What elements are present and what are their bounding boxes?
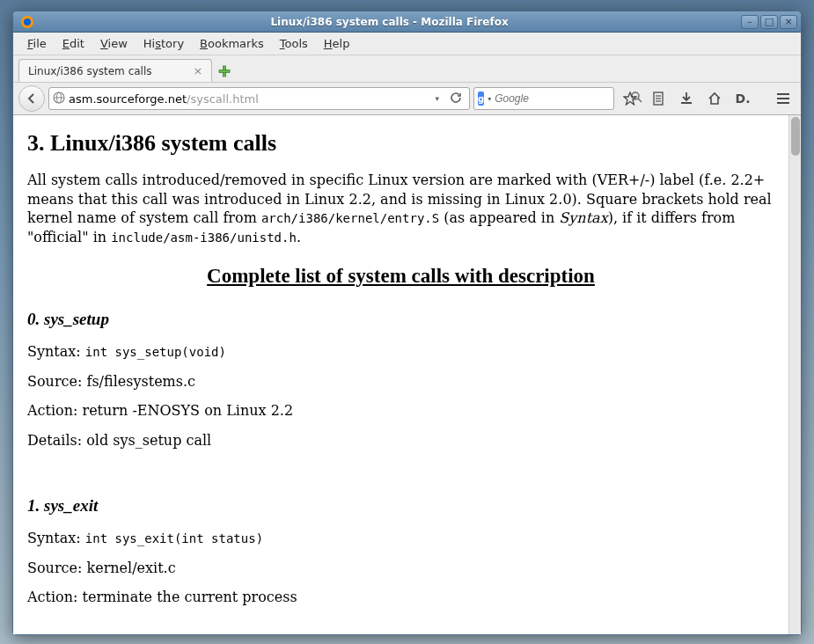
- browser-window: Linux/i386 system calls - Mozilla Firefo…: [12, 11, 802, 635]
- syscall-action: Action: terminate the current process: [27, 588, 774, 607]
- svg-point-1: [24, 18, 31, 26]
- back-button[interactable]: [18, 85, 45, 112]
- syscall-action: Action: return -ENOSYS on Linux 2.2: [27, 401, 774, 421]
- titlebar: Linux/i386 system calls - Mozilla Firefo…: [13, 11, 801, 33]
- menubar: File Edit View History Bookmarks Tools H…: [13, 33, 801, 55]
- reload-button[interactable]: [446, 91, 466, 106]
- tab-label: Linux/i386 system calls: [28, 65, 152, 77]
- bookmark-star-button[interactable]: [618, 86, 642, 111]
- scrollbar[interactable]: [788, 115, 801, 634]
- minimize-button[interactable]: –: [741, 15, 759, 29]
- window-title: Linux/i386 system calls - Mozilla Firefo…: [38, 16, 741, 28]
- url-dropdown-icon[interactable]: ▾: [431, 94, 443, 103]
- search-input[interactable]: [495, 92, 627, 105]
- url-bar[interactable]: asm.sourceforge.net/syscall.html ▾: [48, 87, 470, 110]
- subheading: Complete list of system calls with descr…: [27, 262, 774, 289]
- menu-help[interactable]: Help: [317, 34, 357, 53]
- tab-active[interactable]: Linux/i386 system calls ×: [18, 59, 212, 82]
- menu-view[interactable]: View: [93, 34, 135, 53]
- search-engine-dropdown-icon[interactable]: ▾: [488, 95, 491, 103]
- syscall-source: Source: kernel/exit.c: [27, 559, 774, 578]
- menu-edit[interactable]: Edit: [55, 34, 92, 53]
- syscall-syntax: Syntax: int sys_exit(int status): [27, 529, 774, 548]
- syscall-details: Details: old sys_setup call: [27, 431, 774, 450]
- search-engine-icon[interactable]: g: [478, 91, 484, 106]
- syscall-syntax: Syntax: int sys_setup(void): [27, 342, 774, 362]
- syscall-heading: 0. sys_setup: [27, 308, 774, 331]
- extension-button[interactable]: D.: [730, 86, 755, 111]
- close-button[interactable]: ×: [780, 15, 797, 29]
- intro-paragraph: All system calls introduced/removed in s…: [27, 171, 774, 246]
- menu-tools[interactable]: Tools: [273, 34, 315, 53]
- new-tab-button[interactable]: [216, 63, 233, 79]
- svg-rect-3: [219, 70, 230, 73]
- page-heading: 3. Linux/i386 system calls: [27, 128, 774, 158]
- menu-bookmarks[interactable]: Bookmarks: [193, 34, 271, 53]
- page-content[interactable]: 3. Linux/i386 system calls All system ca…: [13, 115, 788, 634]
- firefox-icon: [20, 15, 34, 29]
- tab-close-icon[interactable]: ×: [192, 65, 204, 77]
- menu-history[interactable]: History: [136, 34, 191, 53]
- search-bar[interactable]: g ▾: [473, 87, 614, 110]
- menu-file[interactable]: File: [20, 34, 54, 53]
- window-controls: – □ ×: [741, 15, 797, 29]
- hamburger-menu-button[interactable]: [771, 86, 796, 111]
- url-text: asm.sourceforge.net/syscall.html: [69, 92, 428, 106]
- maximize-button[interactable]: □: [760, 15, 778, 29]
- downloads-button[interactable]: [674, 86, 699, 111]
- content-area: 3. Linux/i386 system calls All system ca…: [13, 115, 801, 634]
- home-button[interactable]: [702, 86, 727, 111]
- navbar: asm.sourceforge.net/syscall.html ▾ g ▾: [13, 82, 801, 115]
- syscall-source: Source: fs/filesystems.c: [27, 372, 774, 392]
- tabbar: Linux/i386 system calls ×: [13, 55, 801, 82]
- globe-icon: [53, 91, 65, 106]
- bookmarks-list-button[interactable]: [646, 86, 671, 111]
- syscall-heading: 1. sys_exit: [27, 494, 774, 517]
- scrollbar-thumb[interactable]: [791, 117, 800, 156]
